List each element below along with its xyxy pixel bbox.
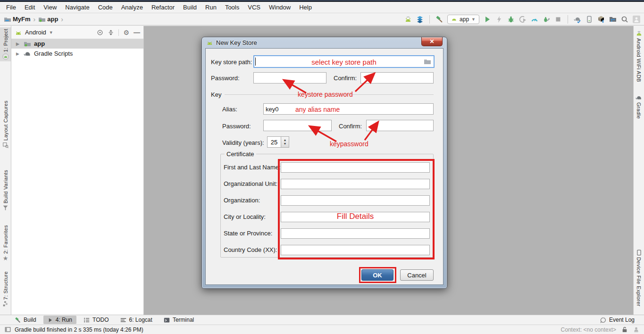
sidebar-tab-gradle[interactable]: Gradle	[634, 94, 644, 119]
key-confirm-label: Confirm:	[339, 123, 362, 130]
apply-changes-icon[interactable]	[495, 16, 503, 23]
app-module-icon	[24, 40, 31, 48]
menu-item[interactable]: VCS	[243, 2, 265, 12]
search-everywhere-icon[interactable]	[621, 16, 628, 23]
validity-stepper[interactable]: 25 ▲▼	[267, 136, 289, 148]
alias-input[interactable]	[263, 103, 434, 115]
password-input[interactable]	[253, 72, 326, 84]
gradle-icon	[636, 94, 642, 101]
build-hammer-icon[interactable]	[435, 16, 443, 23]
device-manager-icon[interactable]	[585, 16, 593, 23]
expand-arrow-icon[interactable]: ▶	[16, 51, 21, 56]
sidebar-tab-favorites[interactable]: 2: Favorites ★	[0, 225, 11, 261]
close-icon[interactable]: ✕	[421, 37, 443, 46]
project-folder-icon	[4, 16, 11, 23]
lock-icon[interactable]	[622, 326, 627, 333]
new-key-store-dialog: New Key Store ✕ Key store path: select k…	[201, 37, 447, 289]
sidebar-tab-android-wifi-adb[interactable]: Android WiFi ADB	[634, 30, 644, 82]
key-password-input[interactable]	[263, 120, 332, 131]
locate-file-icon[interactable]	[97, 29, 103, 36]
android-view-icon	[15, 29, 22, 36]
project-tool-window: Android ▼ ⚙ — ▶ app ▶ Gradle Scripts	[11, 26, 144, 315]
expand-arrow-icon[interactable]: ▶	[16, 42, 21, 46]
settings-gear-icon[interactable]: ⚙	[123, 29, 129, 36]
project-structure-icon[interactable]	[609, 16, 617, 23]
view-selector[interactable]: Android	[25, 29, 46, 36]
sidebar-tab-project[interactable]: 1: Project	[0, 27, 11, 61]
annotation-fill-details: Fill Details	[280, 211, 430, 222]
certificate-field-input[interactable]	[281, 228, 430, 239]
module-folder-icon	[38, 16, 46, 23]
toolwindow-tab-run[interactable]: 4: Run	[43, 316, 76, 324]
toolwindow-toggle-icon[interactable]	[5, 326, 11, 333]
certificate-field-input[interactable]	[281, 245, 430, 255]
sidebar-tab-structure[interactable]: 7: Structure	[0, 271, 11, 307]
menu-item[interactable]: Build	[179, 2, 201, 12]
event-log-button[interactable]: Event Log	[600, 317, 635, 323]
certificate-row: First and Last Name:	[224, 162, 430, 173]
gradle-sync-icon[interactable]	[574, 16, 581, 23]
dialog-title-bar[interactable]: New Key Store	[202, 37, 447, 48]
alias-label: Alias:	[222, 106, 237, 113]
sidebar-tab-build-variants[interactable]: Build Variants	[0, 170, 11, 211]
toolwindow-tab-terminal[interactable]: Terminal	[159, 316, 198, 324]
inspections-hector-icon[interactable]	[633, 326, 639, 333]
run-icon[interactable]	[484, 16, 491, 23]
certificate-field-label: Country Code (XX):	[224, 246, 277, 253]
certificate-group: Certificate First and Last Name:Organiza…	[220, 154, 434, 258]
hide-panel-icon[interactable]: —	[134, 29, 140, 36]
sidebar-tab-layout-captures[interactable]: Layout Captures	[0, 100, 11, 148]
sdk-manager-icon[interactable]	[597, 16, 605, 23]
dialog-content: Key store path: select key store path Pa…	[205, 48, 443, 285]
run-coverage-icon[interactable]	[519, 16, 527, 23]
menu-item[interactable]: Code	[94, 2, 117, 12]
debug-icon[interactable]	[507, 16, 515, 23]
collapse-all-icon[interactable]	[108, 29, 114, 36]
menu-item[interactable]: Tools	[221, 2, 243, 12]
stop-icon[interactable]	[554, 16, 562, 23]
chevron-right-icon: ›	[59, 16, 65, 23]
run-config-select[interactable]: app ▼	[447, 15, 479, 24]
run-config-label: app	[460, 16, 469, 23]
breadcrumb-project[interactable]: MyFm	[13, 16, 31, 23]
breadcrumb: MyFm › app ›	[4, 16, 65, 23]
toolwindow-tab-logcat[interactable]: 6: Logcat	[116, 316, 157, 324]
breadcrumb-module[interactable]: app	[47, 16, 58, 23]
stepper-arrows-icon[interactable]: ▲▼	[281, 137, 289, 147]
key-confirm-input[interactable]	[366, 120, 434, 131]
certificate-row: Organization:	[224, 195, 430, 206]
certificate-field-input[interactable]	[281, 162, 430, 173]
menu-item[interactable]: Help	[295, 2, 316, 12]
profiler-icon[interactable]	[531, 16, 538, 23]
annotation-select-path: select key store path	[253, 58, 435, 66]
certificate-field-input[interactable]	[281, 179, 430, 189]
validity-label: Validity (years):	[222, 139, 264, 146]
cancel-button[interactable]: Cancel	[400, 269, 434, 281]
key-store-path-label: Key store path:	[211, 58, 252, 66]
ok-button[interactable]: OK	[361, 269, 393, 281]
menu-item[interactable]: Edit	[20, 2, 39, 12]
tree-item-gradle-scripts[interactable]: ▶ Gradle Scripts	[11, 49, 143, 58]
toolbar-separator	[568, 15, 568, 24]
menu-item[interactable]: Run	[201, 2, 221, 12]
avd-manager-icon[interactable]	[404, 16, 412, 23]
menu-item[interactable]: Refactor	[147, 2, 179, 12]
toolwindow-tab-todo[interactable]: TODO	[79, 316, 113, 324]
logcat-lines-icon	[120, 317, 126, 323]
chevron-down-icon[interactable]: ▼	[49, 30, 53, 35]
layout-inspector-icon[interactable]	[416, 16, 424, 23]
toolwindow-tab-build[interactable]: Build	[10, 316, 41, 324]
tree-item-app[interactable]: ▶ app	[11, 39, 143, 49]
certificate-field-input[interactable]	[281, 195, 430, 206]
confirm-input[interactable]	[360, 72, 434, 84]
user-avatar-icon[interactable]	[633, 16, 640, 23]
menu-item[interactable]: File	[2, 2, 20, 12]
menu-item[interactable]: View	[39, 2, 61, 12]
menu-item[interactable]: Navigate	[61, 2, 93, 12]
status-bar: Gradle build finished in 2 s 335 ms (tod…	[0, 325, 644, 334]
sidebar-tab-device-file-explorer[interactable]: Device File Explorer	[634, 250, 644, 306]
dialog-title: New Key Store	[216, 39, 257, 46]
menu-item[interactable]: Analyze	[117, 2, 147, 12]
attach-debugger-icon[interactable]	[543, 16, 550, 23]
menu-item[interactable]: Window	[265, 2, 295, 12]
